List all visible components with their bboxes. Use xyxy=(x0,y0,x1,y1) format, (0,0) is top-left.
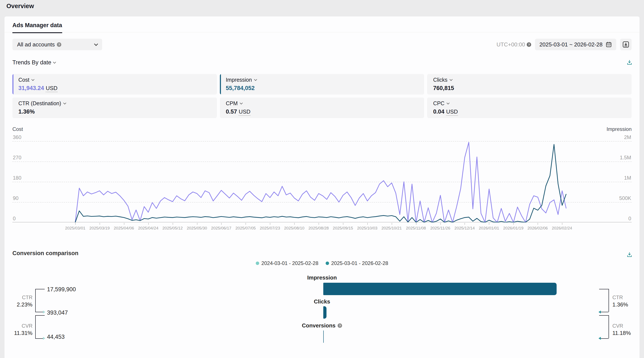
calendar-icon xyxy=(606,41,612,48)
metric-label: CTR (Destination) xyxy=(18,100,61,107)
x-axis-tickmark xyxy=(562,223,562,225)
ad-account-selector-label: All ad accounts xyxy=(17,41,55,48)
x-axis-tick-label: 2025/10/21 xyxy=(382,226,402,231)
trends-section-header[interactable]: Trends By date xyxy=(12,59,56,66)
x-axis-tickmark xyxy=(124,223,124,225)
chevron-down-icon[interactable] xyxy=(254,78,257,81)
right-cvr-bracket xyxy=(601,338,608,339)
left-cvr-bracket xyxy=(35,315,45,316)
conversion-comparison-title: Conversion comparison xyxy=(12,250,78,257)
right-axis-title: Impression xyxy=(606,126,632,132)
chevron-down-icon xyxy=(53,61,56,64)
x-axis-tickmark xyxy=(440,223,441,225)
ad-account-selector[interactable]: All ad accounts xyxy=(12,39,102,50)
x-axis-tickmark xyxy=(173,223,173,225)
export-report-button[interactable] xyxy=(620,39,632,50)
download-icon xyxy=(626,59,632,65)
comparison-row-title-conversions: Conversions xyxy=(4,322,640,329)
trends-download-button[interactable] xyxy=(626,59,632,65)
legend-dot-icon xyxy=(256,261,259,265)
metric-card-cpm[interactable]: CPM 0.57USD xyxy=(220,98,424,118)
left-cvr-label: CVR xyxy=(12,323,32,329)
value-impression-previous: 17,599,900 xyxy=(47,286,76,293)
metric-card-ctr[interactable]: CTR (Destination) 1.36% xyxy=(12,98,217,118)
metric-value: 1.36% xyxy=(18,108,35,115)
chevron-down-icon xyxy=(94,42,98,46)
x-axis-tick-label: 2025/08/28 xyxy=(308,226,328,231)
metric-card-cost[interactable]: Cost 31,943.24USD xyxy=(12,74,217,95)
right-ctr-value: 1.36% xyxy=(612,301,628,308)
x-axis-tick-label: 2025/07/23 xyxy=(260,226,280,231)
x-axis-tick-label: 2025/05/12 xyxy=(162,226,183,231)
comparison-download-button[interactable] xyxy=(626,251,632,257)
tab-ads-manager-data[interactable]: Ads Manager data xyxy=(12,22,62,33)
tab-divider xyxy=(4,32,640,32)
metric-value: 55,784,052 xyxy=(226,85,255,91)
metric-label: Clicks xyxy=(433,77,448,83)
chevron-down-icon[interactable] xyxy=(446,101,450,104)
left-ctr-value: 2.23% xyxy=(12,301,32,308)
x-axis-tick-label: 2025/04/06 xyxy=(114,226,134,231)
bar-conversions-current[interactable] xyxy=(323,330,324,343)
left-axis-title: Cost xyxy=(12,126,23,132)
x-axis: 2025/03/01 2025/03/19 2025/04/06 2025/04… xyxy=(12,223,632,232)
x-axis-tickmark xyxy=(318,223,319,225)
right-ctr-bracket xyxy=(608,289,609,312)
right-cvr-label: CVR xyxy=(612,323,623,329)
left-ctr-bracket xyxy=(35,312,43,312)
export-download-icon xyxy=(622,41,630,48)
impression-accent-bar xyxy=(220,74,221,95)
arrow-right-icon xyxy=(43,310,45,313)
x-axis-tickmark xyxy=(197,223,198,225)
comparison-legend: 2024-03-01 - 2025-02-28 2025-03-01 - 202… xyxy=(4,260,640,266)
metric-card-cpc[interactable]: CPC 0.04USD xyxy=(427,98,632,118)
right-ctr-bracket xyxy=(601,312,608,312)
chevron-down-icon[interactable] xyxy=(32,78,34,81)
x-axis-tick-label: 2025/11/08 xyxy=(406,226,426,231)
conversions-help-icon[interactable] xyxy=(338,323,342,328)
chevron-down-icon[interactable] xyxy=(450,78,452,81)
metric-unit: USD xyxy=(46,85,58,92)
timezone-help-icon[interactable] xyxy=(527,42,531,47)
header-right-controls: UTC+00:00 2025-03-01 ~ 2026-02-28 xyxy=(496,39,632,50)
controls-row: All ad accounts UTC+00:00 2025-03-01 ~ 2… xyxy=(12,39,632,50)
metric-label: CPC xyxy=(433,100,444,107)
left-cvr-bracket xyxy=(35,315,36,338)
x-axis-tick-label: 2025/12/14 xyxy=(454,226,475,231)
download-icon xyxy=(626,251,632,257)
legend-item-previous-period[interactable]: 2024-03-01 - 2025-02-28 xyxy=(256,260,318,266)
legend-item-current-period[interactable]: 2025-03-01 - 2026-02-28 xyxy=(326,260,388,266)
x-axis-tick-label: 2025/04/24 xyxy=(138,226,158,231)
x-axis-tick-label: 2025/07/05 xyxy=(236,226,256,231)
comparison-row-title-impression: Impression xyxy=(4,274,640,281)
y-axis-tick-left: 90 xyxy=(13,195,18,201)
x-axis-tick-label: 2025/03/19 xyxy=(89,226,110,231)
chevron-down-icon[interactable] xyxy=(63,101,66,104)
x-axis-tick-label: 2025/11/26 xyxy=(430,226,450,231)
x-axis-tick-label: 2025/08/10 xyxy=(284,226,304,231)
legend-dot-icon xyxy=(326,261,329,265)
chevron-down-icon[interactable] xyxy=(240,101,243,104)
page-title: Overview xyxy=(6,3,34,10)
date-range-picker[interactable]: 2025-03-01 ~ 2026-02-28 xyxy=(535,39,616,50)
left-cvr-value: 11.31% xyxy=(12,330,32,336)
metric-card-impression[interactable]: Impression 55,784,052 xyxy=(220,74,424,95)
left-ctr-bracket xyxy=(35,289,45,289)
arrow-left-icon xyxy=(598,337,601,340)
value-clicks-previous: 393,047 xyxy=(47,309,68,316)
metric-value: 31,943.24 xyxy=(18,85,44,91)
x-axis-tickmark xyxy=(416,223,416,225)
trends-title: Trends By date xyxy=(12,59,51,66)
trend-chart[interactable]: 360 270 180 90 0 2M 1.5M 1M 500K 0 xyxy=(12,139,632,222)
x-axis-tickmark xyxy=(489,223,489,225)
trend-lines xyxy=(19,139,630,222)
metric-label: CPM xyxy=(226,100,238,107)
left-ctr-bracket xyxy=(35,289,36,312)
bar-impression-current[interactable] xyxy=(323,283,556,295)
x-axis-tick-label: 2026/01/19 xyxy=(503,226,524,231)
bar-clicks-current[interactable] xyxy=(323,306,326,319)
metric-label: Cost xyxy=(18,77,29,83)
metric-card-clicks[interactable]: Clicks 760,815 xyxy=(427,74,632,95)
x-axis-tick-label: 2026/02/24 xyxy=(552,226,572,231)
help-icon[interactable] xyxy=(57,42,61,47)
